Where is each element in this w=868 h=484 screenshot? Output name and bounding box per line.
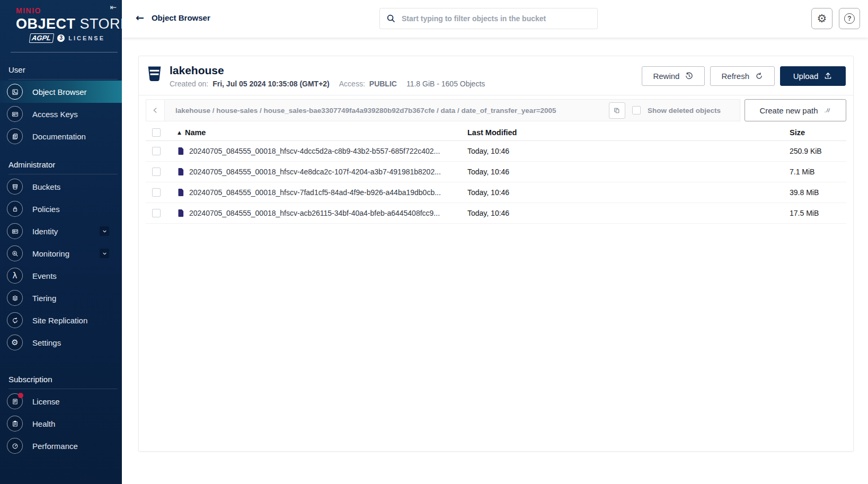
section-label-user: User <box>0 62 122 79</box>
row-checkbox[interactable] <box>152 188 161 197</box>
tiering-icon <box>7 290 23 306</box>
settings-button[interactable]: ⚙ <box>811 8 832 29</box>
chevron-down-icon[interactable] <box>100 226 109 236</box>
upload-icon <box>823 72 832 81</box>
column-header-size[interactable]: Size <box>790 128 846 137</box>
sidebar-item-health[interactable]: Health <box>0 412 122 435</box>
sidebar-item-access-keys[interactable]: Access Keys <box>0 103 122 125</box>
sidebar-item-label: Tiering <box>32 294 56 303</box>
back-arrow-icon[interactable]: ← <box>136 12 144 23</box>
rewind-icon <box>685 72 694 81</box>
object-modified: Today, 10:46 <box>467 209 790 217</box>
column-header-name[interactable]: Name <box>185 128 206 137</box>
create-new-path-label: Create new path <box>759 106 818 115</box>
chevron-down-icon[interactable] <box>100 249 109 258</box>
sidebar-item-label: Events <box>32 271 57 280</box>
license-icon <box>7 393 23 409</box>
upload-label: Upload <box>793 72 819 81</box>
sidebar-item-buckets[interactable]: Buckets <box>0 175 122 198</box>
create-new-path-button[interactable]: Create new path <box>745 99 846 121</box>
select-all-checkbox[interactable] <box>152 128 161 137</box>
navigate-back-chevron[interactable] <box>146 99 165 121</box>
sort-asc-icon[interactable]: ▲ <box>178 130 181 135</box>
sidebar-item-events[interactable]: λ Events <box>0 265 122 287</box>
license-alert-dot <box>18 393 23 398</box>
site-replication-icon <box>7 312 23 328</box>
breadcrumb[interactable]: lakehouse / house-sales / house_sales-ba… <box>175 107 602 115</box>
sidebar-item-identity[interactable]: Identity <box>0 220 122 242</box>
section-divider <box>8 389 118 389</box>
sidebar-item-label: Policies <box>32 205 60 214</box>
section-label-subscription: Subscription <box>0 372 122 389</box>
access-value: PUBLIC <box>369 80 397 88</box>
page-header[interactable]: ← Object Browser <box>136 12 210 23</box>
show-deleted-checkbox[interactable] <box>632 106 641 115</box>
object-modified: Today, 10:46 <box>467 147 790 155</box>
column-header-modified[interactable]: Last Modified <box>467 128 790 137</box>
bucket-name: lakehouse <box>170 64 485 77</box>
sidebar-item-documentation[interactable]: Documentation <box>0 125 122 147</box>
bucket-usage: 11.8 GiB - 1605 Objects <box>406 80 485 88</box>
refresh-button[interactable]: Refresh <box>710 66 775 86</box>
table-header-row: ▲ Name Last Modified Size <box>146 125 846 141</box>
file-icon <box>178 209 184 217</box>
sidebar-item-performance[interactable]: Performance <box>0 435 122 457</box>
sidebar-item-settings[interactable]: ⚙ Settings <box>0 331 122 354</box>
sidebar-section-administrator: Administrator Buckets Policies Identity <box>0 157 122 354</box>
sidebar-item-tiering[interactable]: Tiering <box>0 287 122 309</box>
search-icon <box>386 14 396 23</box>
copy-path-button[interactable] <box>609 102 625 119</box>
top-bar: ← Object Browser ⚙ ? <box>122 0 868 38</box>
object-modified: Today, 10:46 <box>467 168 790 176</box>
sidebar-item-label: Settings <box>32 338 61 347</box>
sidebar-item-license[interactable]: License <box>0 390 122 412</box>
sidebar-item-label: Health <box>32 419 55 428</box>
search-input[interactable] <box>402 14 591 23</box>
upload-button[interactable]: Upload <box>780 66 846 86</box>
rewind-label: Rewind <box>653 72 679 81</box>
settings-gear-icon: ⚙ <box>7 335 23 350</box>
show-deleted-label: Show deleted objects <box>648 107 721 115</box>
created-on-label: Created on: <box>170 80 208 88</box>
sidebar-item-label: Access Keys <box>32 110 78 119</box>
row-checkbox[interactable] <box>152 168 161 176</box>
object-name: 20240705_084555_00018_hfscv-4dcc5d2a-c8b… <box>189 147 440 155</box>
license-label: LICENSE <box>68 35 105 41</box>
collapse-sidebar-icon[interactable]: ⇤ <box>110 3 117 12</box>
table-row[interactable]: 20240705_084555_00018_hfscv-acb26115-34b… <box>146 203 846 224</box>
row-checkbox[interactable] <box>152 209 161 217</box>
logo-object: OBJECT <box>16 16 76 32</box>
policies-icon <box>7 201 23 217</box>
minio-wordmark: MINIO <box>16 6 122 15</box>
sidebar-item-site-replication[interactable]: Site Replication <box>0 309 122 331</box>
row-checkbox[interactable] <box>152 147 161 155</box>
minio-logo: MINIO OBJECT STORE AGPL 3 LICENSE <box>0 0 122 43</box>
table-row[interactable]: 20240705_084555_00018_hfscv-7fad1cf5-84a… <box>146 182 846 203</box>
refresh-icon <box>755 72 764 81</box>
breadcrumb-strip: lakehouse / house-sales / house_sales-ba… <box>165 99 740 121</box>
sidebar-item-object-browser[interactable]: Object Browser <box>0 81 122 103</box>
sidebar-item-monitoring[interactable]: Monitoring <box>0 242 122 265</box>
bucket-browser-card: lakehouse Created on: Fri, Jul 05 2024 1… <box>138 56 854 452</box>
page-title: Object Browser <box>152 13 210 22</box>
sidebar-item-policies[interactable]: Policies <box>0 198 122 220</box>
sidebar-section-user: User Object Browser Access Keys Document… <box>0 62 122 147</box>
rewind-button[interactable]: Rewind <box>642 66 705 86</box>
slashes-icon <box>823 106 831 115</box>
help-button[interactable]: ? <box>839 8 860 29</box>
file-icon <box>178 188 184 197</box>
bucket-title-block: lakehouse Created on: Fri, Jul 05 2024 1… <box>170 64 485 88</box>
object-size: 17.5 MiB <box>790 209 846 217</box>
bucket-header: lakehouse Created on: Fri, Jul 05 2024 1… <box>139 56 853 95</box>
help-icon: ? <box>844 13 855 24</box>
sidebar-item-label: Object Browser <box>32 87 87 96</box>
object-size: 250.9 KiB <box>790 147 846 155</box>
object-filter-searchbox[interactable] <box>379 8 598 29</box>
table-row[interactable]: 20240705_084555_00018_hfscv-4e8dca2c-107… <box>146 162 846 182</box>
object-size: 39.8 MiB <box>790 188 846 197</box>
section-divider <box>8 79 118 80</box>
documentation-icon <box>7 128 23 144</box>
identity-icon <box>7 223 23 239</box>
created-on-value: Fri, Jul 05 2024 10:35:08 (GMT+2) <box>212 80 330 88</box>
table-row[interactable]: 20240705_084555_00018_hfscv-4dcc5d2a-c8b… <box>146 141 846 162</box>
